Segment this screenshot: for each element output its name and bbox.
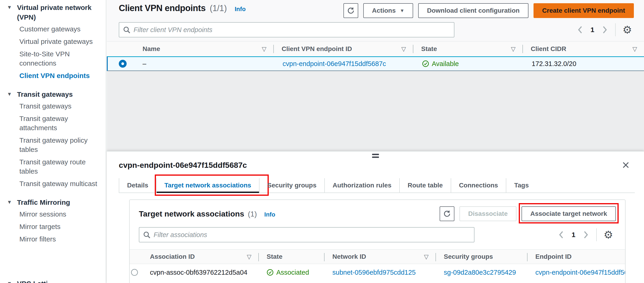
filter-triangle-icon[interactable]: ▽ [511, 46, 516, 53]
pagination: 1 ⚙ [577, 23, 635, 36]
associations-count: (1) [248, 210, 257, 218]
sidebar-item-transit-gateway-route-tables[interactable]: Transit gateway route tables [0, 157, 106, 176]
filter-triangle-icon[interactable]: ▽ [262, 46, 266, 53]
refresh-button[interactable] [344, 3, 358, 18]
create-client-vpn-endpoint-button[interactable]: Create client VPN endpoint [534, 3, 634, 18]
previous-page-button[interactable] [577, 25, 584, 34]
radio-column-header [130, 250, 146, 264]
tab-route-table[interactable]: Route table [399, 178, 450, 192]
split-panel-drag-handle[interactable] [372, 154, 379, 158]
tab-security-groups[interactable]: Security groups [259, 178, 324, 192]
tab-authorization-rules[interactable]: Authorization rules [324, 178, 399, 192]
sidebar-section-traffic-header[interactable]: ▼ Traffic Mirroring [0, 198, 106, 207]
sidebar-section-label: Transit gateways [17, 90, 73, 99]
filter-toolbar: 1 ⚙ [107, 19, 644, 41]
filter-triangle-icon[interactable]: ▽ [401, 46, 406, 53]
sidebar-item-mirror-filters[interactable]: Mirror filters [0, 234, 106, 244]
tab-tags[interactable]: Tags [506, 178, 536, 192]
sidebar-item-mirror-targets[interactable]: Mirror targets [0, 222, 106, 231]
filter-triangle-icon[interactable]: ▽ [424, 253, 428, 260]
settings-gear-button[interactable]: ⚙ [604, 229, 613, 240]
sidebar-section-vpn-header[interactable]: ▼ Virtual private network (VPN) [0, 3, 106, 22]
sidebar-section-vpc-lattice-header[interactable]: ▼ VPC Latti [0, 279, 106, 283]
column-header-state[interactable]: State ▽ [413, 42, 522, 56]
column-header-name[interactable]: Name ▽ [130, 42, 273, 56]
sidebar-item-mirror-sessions[interactable]: Mirror sessions [0, 210, 106, 219]
settings-gear-button[interactable]: ⚙ [622, 25, 632, 35]
sidebar-item-site-to-site-vpn-connections[interactable]: Site-to-Site VPN connections [0, 49, 106, 68]
sidebar-item-transit-gateway-policy-tables[interactable]: Transit gateway policy tables [0, 136, 106, 154]
detail-split-panel: cvpn-endpoint-06e947f15ddf5687c Details … [107, 151, 644, 283]
info-link[interactable]: Info [264, 211, 276, 218]
previous-page-button[interactable] [558, 230, 565, 239]
associations-card: Target network associations (1) Info [129, 199, 626, 283]
column-header-state[interactable]: State [258, 250, 324, 264]
column-header-security-groups[interactable]: Security groups [436, 250, 527, 264]
page-title: Client VPN endpoints [119, 3, 206, 13]
associations-filter-toolbar: 1 ⚙ [130, 221, 625, 242]
next-page-button[interactable] [601, 25, 608, 34]
endpoint-id-link[interactable]: cvpn-endpoint-06e947f15ddf5687c [535, 269, 625, 276]
cell-state: Available [414, 57, 523, 70]
column-label: Endpoint ID [535, 253, 572, 260]
associate-label: Associate target network [530, 210, 607, 217]
tab-details[interactable]: Details [119, 178, 156, 192]
sidebar-item-transit-gateway-attachments[interactable]: Transit gateway attachments [0, 114, 106, 133]
refresh-associations-button[interactable] [440, 206, 454, 221]
refresh-icon [347, 7, 355, 15]
radio-unselected[interactable] [131, 269, 138, 276]
tab-connections[interactable]: Connections [451, 178, 506, 192]
sidebar-item-customer-gateways[interactable]: Customer gateways [0, 25, 106, 34]
sidebar-section-label: Virtual private network (VPN) [17, 3, 100, 22]
column-header-endpoint-id[interactable]: Endpoint ID [527, 250, 625, 264]
tab-label: Security groups [267, 182, 316, 189]
associations-title: Target network associations [139, 209, 244, 218]
sidebar-item-transit-gateways[interactable]: Transit gateways [0, 102, 106, 111]
chevron-right-icon [582, 230, 589, 239]
tab-target-network-associations[interactable]: Target network associations [156, 178, 259, 192]
cell-state: Associated [258, 264, 324, 281]
chevron-left-icon [577, 25, 584, 34]
associate-target-network-button[interactable]: Associate target network [522, 206, 616, 221]
network-id-link[interactable]: subnet-0596ebfd975cdd125 [332, 269, 416, 276]
column-label: State [421, 45, 437, 53]
sidebar-section-traffic-mirroring: ▼ Traffic Mirroring Mirror sessions Mirr… [0, 198, 106, 244]
check-circle-icon [267, 269, 274, 276]
tab-label: Connections [459, 182, 498, 189]
info-link[interactable]: Info [234, 6, 246, 13]
row-radio-cell [108, 57, 131, 70]
cell-endpoint-id: cvpn-endpoint-06e947f15ddf5687c [527, 264, 625, 281]
column-header-network-id[interactable]: Network ID ▽ [324, 250, 436, 264]
download-client-configuration-button[interactable]: Download client configuration [418, 3, 528, 18]
tab-label: Target network associations [164, 182, 251, 189]
sidebar-item-virtual-private-gateways[interactable]: Virtual private gateways [0, 37, 106, 46]
cell-name: – [131, 57, 274, 70]
endpoint-id-link[interactable]: cvpn-endpoint-06e947f15ddf5687c [282, 60, 386, 68]
sidebar-item-transit-gateway-multicast[interactable]: Transit gateway multicast [0, 179, 106, 188]
divider [615, 23, 616, 36]
filter-associations-input[interactable] [139, 227, 474, 242]
filter-triangle-icon[interactable]: ▽ [247, 253, 252, 260]
radio-selected[interactable] [119, 60, 127, 68]
disassociate-label: Disassociate [468, 210, 508, 217]
status-badge: Available [432, 60, 459, 68]
filter-endpoints-input[interactable] [119, 22, 454, 37]
next-page-button[interactable] [582, 230, 589, 239]
association-table-row[interactable]: cvpn-assoc-0bf639762212d5a04 Associated [130, 264, 625, 281]
column-header-endpoint-id[interactable]: Client VPN endpoint ID ▽ [273, 42, 413, 56]
column-header-client-cidr[interactable]: Client CIDR ▽ [522, 42, 644, 56]
filter-triangle-icon[interactable]: ▽ [632, 46, 637, 53]
column-header-association-id[interactable]: Association ID ▽ [146, 250, 258, 264]
associations-card-header: Target network associations (1) Info [130, 200, 625, 221]
sidebar-item-client-vpn-endpoints[interactable]: Client VPN endpoints [0, 71, 106, 80]
sidebar: ▼ Virtual private network (VPN) Customer… [0, 0, 106, 283]
sidebar-section-vpc-lattice: ▼ VPC Latti [0, 279, 106, 283]
cell-security-groups: sg-09d2a80e3c2795429 [436, 264, 527, 281]
endpoint-table-row[interactable]: – cvpn-endpoint-06e947f15ddf5687c Availa… [107, 56, 644, 71]
security-group-link[interactable]: sg-09d2a80e3c2795429 [444, 269, 516, 276]
close-panel-button[interactable] [620, 160, 631, 171]
disassociate-button[interactable]: Disassociate [460, 206, 516, 221]
actions-button[interactable]: Actions ▼ [363, 3, 413, 18]
sidebar-section-transit-header[interactable]: ▼ Transit gateways [0, 90, 106, 99]
result-count: (1/1) [210, 4, 227, 13]
